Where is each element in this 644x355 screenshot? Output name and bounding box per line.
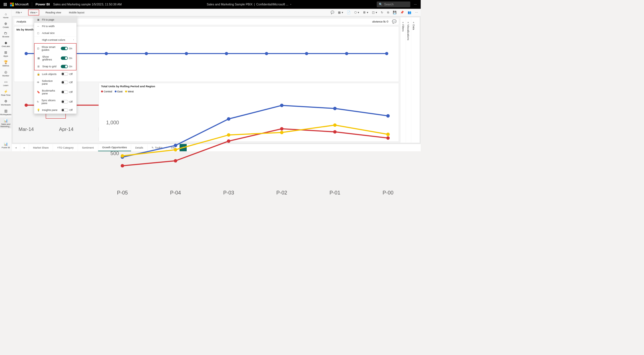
refresh-icon[interactable]: ↻ xyxy=(381,11,383,14)
onelake-icon: ◆ xyxy=(5,41,7,45)
actual-size-icon: ◻ xyxy=(37,31,40,34)
nav-workspaces[interactable]: ▥Workspaces xyxy=(0,108,12,117)
ribbon-file[interactable]: File▾ xyxy=(14,10,23,15)
teams-icon[interactable]: 👥 xyxy=(408,11,411,14)
toggle-snap[interactable] xyxy=(61,65,68,68)
toggle-gridlines[interactable] xyxy=(61,56,68,60)
view-snap-to-grid[interactable]: ⊞Snap to gridOn xyxy=(35,63,76,70)
lineage-icon[interactable]: ⬡ ▾ xyxy=(354,11,359,14)
svg-point-39 xyxy=(174,144,177,147)
apps-icon: ⊞ xyxy=(4,50,7,54)
pane-visualizations[interactable]: «Visualizations xyxy=(406,17,411,143)
nav-onelake[interactable]: ◆OneLake xyxy=(0,40,12,48)
view-lock-objects[interactable]: 🔒Lock objectsOff xyxy=(34,70,77,78)
svg-point-44 xyxy=(121,154,124,158)
view-bookmarks-pane[interactable]: 🔖Bookmarks paneOff xyxy=(34,87,77,97)
tab-prev-button[interactable]: ◂ xyxy=(12,144,20,151)
toggle-smart-guides[interactable] xyxy=(61,47,68,50)
nav-learn[interactable]: ▭Learn xyxy=(0,78,12,87)
search-input[interactable]: 🔍 Search xyxy=(377,1,410,7)
toggle-lock[interactable] xyxy=(61,72,68,76)
nav-active-report[interactable]: 📊Sales and Marketing... xyxy=(0,117,12,129)
plus-circle-icon: ⊕ xyxy=(4,22,7,26)
comment-icon[interactable]: 💬 xyxy=(392,19,397,24)
search-icon: 🔍 xyxy=(379,3,383,6)
overflow-icon[interactable]: ⋯ xyxy=(415,11,418,14)
view-fit-to-width[interactable]: ↔Fit to width xyxy=(34,23,77,30)
view-actual-size[interactable]: ◻Actual size xyxy=(34,30,77,36)
save-icon[interactable]: 💾 xyxy=(393,11,397,14)
svg-point-37 xyxy=(386,136,390,140)
export-icon[interactable]: 🖥 ▾ xyxy=(363,11,368,14)
svg-text:500: 500 xyxy=(110,151,119,156)
nav-apps[interactable]: ⊞Apps xyxy=(0,49,12,58)
powerbi-icon: 📊 xyxy=(4,142,8,146)
copy-icon[interactable]: ⧉ xyxy=(387,11,389,14)
nav-realtime[interactable]: ⚡Real-Time xyxy=(0,88,12,97)
comment-icon[interactable]: 💬 xyxy=(331,11,334,14)
view-high-contrast[interactable]: High-contrast colors› xyxy=(34,36,77,43)
book-icon: ▭ xyxy=(4,80,7,84)
app-launcher-icon[interactable] xyxy=(4,3,7,6)
nav-create[interactable]: ⊕Create xyxy=(0,21,12,29)
sensitivity-label[interactable]: Sales and Marketing Sample PBIX | Confid… xyxy=(207,3,291,6)
nav-home[interactable]: ⌂Home xyxy=(0,11,12,20)
home-icon: ⌂ xyxy=(5,12,7,16)
ribbon-mobile-layout[interactable]: Mobile layout xyxy=(67,10,86,15)
toggle-selection[interactable] xyxy=(61,81,68,84)
page-title: Analysis xyxy=(16,20,26,23)
eye-icon: 👁 xyxy=(37,81,40,84)
svg-text:P-00: P-00 xyxy=(383,190,393,196)
nav-powerbi[interactable]: 📊Power BI xyxy=(0,141,12,150)
chat-teams-icon[interactable]: ▦ ▾ xyxy=(338,11,343,14)
view-insights-pane[interactable]: 💡Insights paneOff xyxy=(34,107,77,114)
svg-point-45 xyxy=(174,148,177,151)
svg-point-2 xyxy=(105,52,108,55)
bookmark-icon: 🔖 xyxy=(37,91,40,94)
svg-point-32 xyxy=(121,164,124,167)
view-smart-guides[interactable]: ⊡Show smart guidesOn xyxy=(35,44,76,53)
nav-monitor[interactable]: ◎Monitor xyxy=(0,69,12,78)
pane-data[interactable]: «Data xyxy=(411,17,416,143)
legend-dot-icon xyxy=(101,91,103,93)
svg-point-34 xyxy=(227,139,230,143)
nav-workloads[interactable]: ⚙Workloads xyxy=(0,98,12,107)
ribbon-reading-view[interactable]: Reading view xyxy=(44,10,63,15)
nav-browse[interactable]: 🗀Browse xyxy=(0,30,12,39)
chart-title: Total Units by Rolling Period and Region xyxy=(99,83,399,89)
pin-icon[interactable]: 📌 xyxy=(400,11,404,14)
svg-point-48 xyxy=(333,123,337,127)
nav-metrics[interactable]: 🏆Metrics xyxy=(0,59,12,68)
file-icon[interactable]: 📄 xyxy=(347,11,351,14)
svg-text:Apr-14: Apr-14 xyxy=(59,127,74,132)
report-icon: 📊 xyxy=(4,119,8,123)
svg-point-0 xyxy=(25,52,28,55)
svg-point-8 xyxy=(345,52,348,55)
toggle-sync[interactable] xyxy=(61,100,68,104)
subscribe-icon[interactable]: ◫ ▾ xyxy=(372,11,377,14)
svg-point-46 xyxy=(227,133,230,137)
svg-point-5 xyxy=(225,52,228,55)
view-sync-slicers[interactable]: ↻Sync slicers paneOff xyxy=(34,97,77,107)
snap-icon: ⊞ xyxy=(37,65,40,68)
tab-next-button[interactable]: ▸ xyxy=(20,144,29,151)
chart-total-units[interactable]: Total Units by Rolling Period and Region… xyxy=(99,83,399,142)
tab-ytd-category[interactable]: YTD Category xyxy=(53,144,78,151)
view-gridlines[interactable]: ▦Show gridlinesOn xyxy=(35,53,76,63)
svg-point-4 xyxy=(185,52,188,55)
view-selection-pane[interactable]: 👁Selection paneOff xyxy=(34,78,77,87)
ribbon-view[interactable]: View▾ xyxy=(28,9,39,15)
folder-icon: 🗀 xyxy=(4,31,7,35)
nav-rail: ⌂Home ⊕Create 🗀Browse ◆OneLake ⊞Apps 🏆Me… xyxy=(0,9,12,151)
pane-filters[interactable]: «Filters xyxy=(400,17,406,143)
view-fit-to-page[interactable]: ▣Fit to page xyxy=(34,16,77,23)
more-icon[interactable]: ⋯ xyxy=(414,3,417,6)
attribution-text: obvience llc © xyxy=(372,20,389,23)
tab-market-share[interactable]: Market Share xyxy=(29,144,53,151)
tab-sentiment[interactable]: Sentiment xyxy=(78,144,98,151)
toggle-bookmarks[interactable] xyxy=(61,90,68,94)
workspaces-icon: ▥ xyxy=(4,109,7,113)
svg-point-42 xyxy=(333,107,337,110)
toggle-insights[interactable] xyxy=(61,108,68,112)
workloads-icon: ⚙ xyxy=(4,99,7,103)
